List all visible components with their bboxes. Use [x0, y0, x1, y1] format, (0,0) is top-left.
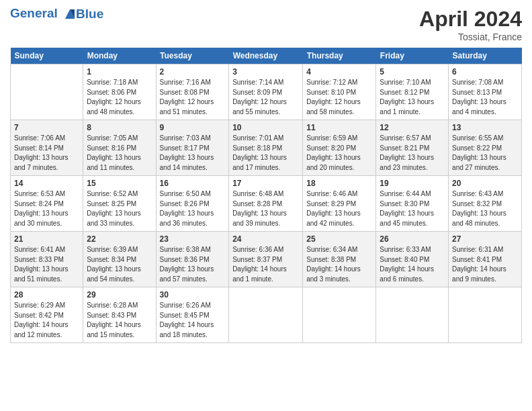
day-info: Sunrise: 7:01 AMSunset: 8:18 PMDaylight:… [232, 134, 299, 173]
day-info: Sunrise: 6:34 AMSunset: 8:38 PMDaylight:… [306, 245, 372, 284]
logo-icon [62, 7, 77, 21]
day-cell: 11Sunrise: 6:59 AMSunset: 8:20 PMDayligh… [303, 120, 376, 176]
day-cell: 2Sunrise: 7:16 AMSunset: 8:08 PMDaylight… [156, 64, 229, 120]
col-header-wednesday: Wednesday [229, 48, 303, 64]
day-number: 9 [160, 123, 226, 132]
day-info: Sunrise: 6:26 AMSunset: 8:45 PMDaylight:… [160, 301, 226, 340]
day-number: 28 [14, 290, 79, 300]
day-info: Sunrise: 7:14 AMSunset: 8:09 PMDaylight:… [232, 78, 299, 117]
day-number: 16 [160, 179, 226, 188]
day-number: 25 [306, 234, 372, 244]
day-cell: 1Sunrise: 7:18 AMSunset: 8:06 PMDaylight… [83, 64, 156, 120]
day-cell: 15Sunrise: 6:52 AMSunset: 8:25 PMDayligh… [83, 176, 156, 232]
day-info: Sunrise: 7:18 AMSunset: 8:06 PMDaylight:… [87, 78, 152, 117]
day-info: Sunrise: 6:41 AMSunset: 8:33 PMDaylight:… [14, 245, 79, 284]
day-info: Sunrise: 6:55 AMSunset: 8:22 PMDaylight:… [452, 134, 518, 173]
month-year: April 2024 [419, 7, 522, 32]
day-number: 22 [87, 234, 152, 244]
day-number: 2 [160, 67, 226, 77]
day-number: 15 [87, 179, 152, 188]
day-number: 14 [14, 179, 79, 188]
day-cell: 14Sunrise: 6:53 AMSunset: 8:24 PMDayligh… [11, 176, 83, 232]
day-cell [229, 287, 303, 343]
day-info: Sunrise: 6:28 AMSunset: 8:43 PMDaylight:… [87, 301, 152, 340]
page-container: General Blue April 2024 Tossiat, France … [0, 0, 532, 350]
day-cell: 6Sunrise: 7:08 AMSunset: 8:13 PMDaylight… [449, 64, 522, 120]
day-info: Sunrise: 6:53 AMSunset: 8:24 PMDaylight:… [14, 189, 79, 228]
day-number: 17 [232, 179, 299, 188]
day-cell: 4Sunrise: 7:12 AMSunset: 8:10 PMDaylight… [303, 64, 376, 120]
day-cell: 26Sunrise: 6:33 AMSunset: 8:40 PMDayligh… [376, 232, 449, 287]
day-cell: 8Sunrise: 7:05 AMSunset: 8:16 PMDaylight… [83, 120, 156, 176]
week-row-1: 7Sunrise: 7:06 AMSunset: 8:14 PMDaylight… [11, 120, 522, 176]
day-info: Sunrise: 7:05 AMSunset: 8:16 PMDaylight:… [87, 134, 152, 173]
day-cell: 29Sunrise: 6:28 AMSunset: 8:43 PMDayligh… [83, 287, 156, 343]
day-cell [11, 64, 83, 120]
day-info: Sunrise: 6:59 AMSunset: 8:20 PMDaylight:… [306, 134, 372, 173]
location: Tossiat, France [419, 32, 522, 42]
day-cell: 10Sunrise: 7:01 AMSunset: 8:18 PMDayligh… [229, 120, 303, 176]
day-info: Sunrise: 6:52 AMSunset: 8:25 PMDaylight:… [87, 189, 152, 228]
day-info: Sunrise: 7:10 AMSunset: 8:12 PMDaylight:… [380, 78, 445, 117]
day-info: Sunrise: 6:33 AMSunset: 8:40 PMDaylight:… [380, 245, 445, 284]
day-number: 24 [232, 234, 299, 244]
day-cell: 27Sunrise: 6:31 AMSunset: 8:41 PMDayligh… [449, 232, 522, 287]
day-number: 12 [380, 123, 445, 132]
logo-blue: Blue [76, 7, 103, 21]
day-info: Sunrise: 6:38 AMSunset: 8:36 PMDaylight:… [160, 245, 226, 284]
day-info: Sunrise: 6:44 AMSunset: 8:30 PMDaylight:… [380, 189, 445, 228]
day-number: 19 [380, 179, 445, 188]
day-cell [376, 287, 449, 343]
col-header-tuesday: Tuesday [156, 48, 229, 64]
day-number: 5 [380, 67, 445, 77]
day-number: 8 [87, 123, 152, 132]
day-info: Sunrise: 7:08 AMSunset: 8:13 PMDaylight:… [452, 78, 518, 117]
title-block: April 2024 Tossiat, France [419, 7, 522, 42]
day-number: 29 [87, 290, 152, 300]
day-info: Sunrise: 7:16 AMSunset: 8:08 PMDaylight:… [160, 78, 226, 117]
day-cell: 18Sunrise: 6:46 AMSunset: 8:29 PMDayligh… [303, 176, 376, 232]
day-number: 18 [306, 179, 372, 188]
day-cell: 20Sunrise: 6:43 AMSunset: 8:32 PMDayligh… [449, 176, 522, 232]
day-info: Sunrise: 6:36 AMSunset: 8:37 PMDaylight:… [232, 245, 299, 284]
day-number: 27 [452, 234, 518, 244]
day-cell: 16Sunrise: 6:50 AMSunset: 8:26 PMDayligh… [156, 176, 229, 232]
col-header-monday: Monday [83, 48, 156, 64]
day-number: 4 [306, 67, 372, 77]
week-row-3: 21Sunrise: 6:41 AMSunset: 8:33 PMDayligh… [11, 232, 522, 287]
day-number: 21 [14, 234, 79, 244]
day-number: 7 [14, 123, 79, 132]
day-number: 6 [452, 67, 518, 77]
day-cell: 9Sunrise: 7:03 AMSunset: 8:17 PMDaylight… [156, 120, 229, 176]
day-cell: 5Sunrise: 7:10 AMSunset: 8:12 PMDaylight… [376, 64, 449, 120]
logo-text: General [10, 7, 77, 21]
day-number: 13 [452, 123, 518, 132]
day-cell: 30Sunrise: 6:26 AMSunset: 8:45 PMDayligh… [156, 287, 229, 343]
day-cell: 21Sunrise: 6:41 AMSunset: 8:33 PMDayligh… [11, 232, 83, 287]
day-number: 10 [232, 123, 299, 132]
day-info: Sunrise: 6:43 AMSunset: 8:32 PMDaylight:… [452, 189, 518, 228]
col-header-sunday: Sunday [11, 48, 83, 64]
day-info: Sunrise: 7:12 AMSunset: 8:10 PMDaylight:… [306, 78, 372, 117]
col-header-saturday: Saturday [449, 48, 522, 64]
day-info: Sunrise: 6:46 AMSunset: 8:29 PMDaylight:… [306, 189, 372, 228]
day-info: Sunrise: 6:48 AMSunset: 8:28 PMDaylight:… [232, 189, 299, 228]
day-cell: 28Sunrise: 6:29 AMSunset: 8:42 PMDayligh… [11, 287, 83, 343]
day-cell [303, 287, 376, 343]
day-cell: 19Sunrise: 6:44 AMSunset: 8:30 PMDayligh… [376, 176, 449, 232]
day-cell: 24Sunrise: 6:36 AMSunset: 8:37 PMDayligh… [229, 232, 303, 287]
day-info: Sunrise: 6:39 AMSunset: 8:34 PMDaylight:… [87, 245, 152, 284]
day-info: Sunrise: 6:50 AMSunset: 8:26 PMDaylight:… [160, 189, 226, 228]
day-cell [449, 287, 522, 343]
day-info: Sunrise: 6:29 AMSunset: 8:42 PMDaylight:… [14, 301, 79, 340]
day-info: Sunrise: 6:57 AMSunset: 8:21 PMDaylight:… [380, 134, 445, 173]
day-cell: 17Sunrise: 6:48 AMSunset: 8:28 PMDayligh… [229, 176, 303, 232]
calendar-table: SundayMondayTuesdayWednesdayThursdayFrid… [10, 48, 522, 343]
week-row-4: 28Sunrise: 6:29 AMSunset: 8:42 PMDayligh… [11, 287, 522, 343]
day-cell: 12Sunrise: 6:57 AMSunset: 8:21 PMDayligh… [376, 120, 449, 176]
day-number: 23 [160, 234, 226, 244]
week-row-2: 14Sunrise: 6:53 AMSunset: 8:24 PMDayligh… [11, 176, 522, 232]
day-cell: 22Sunrise: 6:39 AMSunset: 8:34 PMDayligh… [83, 232, 156, 287]
day-number: 26 [380, 234, 445, 244]
day-number: 1 [87, 67, 152, 77]
